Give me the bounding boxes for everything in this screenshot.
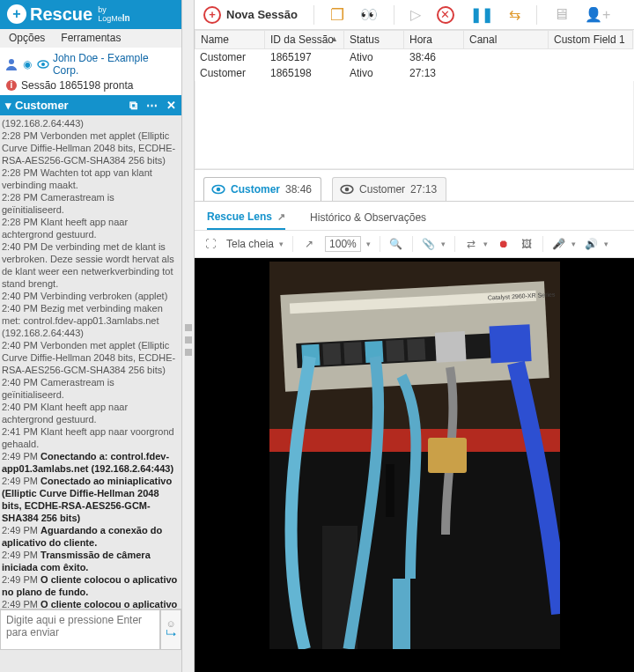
svg-point-6 — [217, 188, 221, 192]
fullscreen-label[interactable]: Tela cheia — [226, 238, 274, 250]
customer-tab[interactable]: Customer 38:46 — [203, 177, 321, 202]
snapshot-icon[interactable]: 🖼 — [520, 237, 534, 251]
tab-label: Customer — [359, 183, 405, 196]
fullscreen-icon[interactable]: ⛶ — [203, 237, 217, 251]
main-toolbar: + Nova Sessão ❐ 👀 ▷ ✕ ❚❚ ⇆ 🖥 👤+ — [195, 0, 634, 30]
log-line: 2:40 PM Verbinding verbroken (applet) — [2, 290, 178, 302]
brand-banner: + Rescue by LogMeIn — [0, 0, 181, 29]
panel-more-icon[interactable]: ⋯ — [146, 99, 158, 113]
add-user-icon[interactable]: 👤+ — [585, 6, 610, 23]
panel-popout-icon[interactable]: ⧉ — [129, 99, 137, 113]
tab-label: Customer — [231, 183, 280, 196]
log-line: 2:41 PM Klant heeft app naar voorgrond g… — [2, 425, 178, 450]
log-line: 2:40 PM Verbonden met applet (Elliptic C… — [2, 339, 178, 376]
send-arrow-icon[interactable]: ⮡ — [166, 629, 176, 641]
chat-send-button[interactable]: ☺ ⮡ — [160, 609, 181, 650]
popout-icon[interactable]: ↗ — [277, 211, 285, 223]
fullscreen-caret-icon[interactable]: ▾ — [279, 240, 284, 248]
emoji-icon[interactable]: ☺ — [166, 618, 175, 629]
cell-time: 38:46 — [404, 49, 464, 65]
zoom-value[interactable]: 100% — [325, 236, 361, 252]
cell-status: Ativo — [344, 49, 404, 65]
new-session-button[interactable]: + Nova Sessão — [203, 6, 298, 24]
svg-point-8 — [345, 188, 350, 192]
pause-icon[interactable]: ❚❚ — [470, 6, 493, 23]
log-line: 2:28 PM Camerastream is geïnitialiseerd. — [2, 191, 178, 216]
session-status-text: Sessão 1865198 pronta — [21, 79, 133, 92]
cell-time: 27:13 — [404, 65, 464, 81]
menu-options[interactable]: Opções — [9, 32, 45, 44]
fit-icon[interactable]: ↗ — [302, 237, 316, 251]
magnify-icon[interactable]: 🔍 — [389, 237, 403, 251]
cell-channel — [464, 49, 549, 65]
cell-channel — [464, 65, 549, 81]
zoom-caret-icon[interactable]: ▾ — [366, 240, 371, 248]
swap-screen-icon[interactable]: ⇄ — [464, 237, 478, 251]
svg-rect-19 — [407, 338, 425, 360]
log-line: 2:28 PM Verbonden met applet (Elliptic C… — [2, 129, 178, 166]
splitter-handle[interactable] — [182, 0, 195, 672]
svg-rect-15 — [322, 343, 341, 365]
panel-close-icon[interactable]: ✕ — [166, 99, 176, 113]
plus-icon: + — [203, 6, 221, 24]
col-channel[interactable]: Canal — [464, 30, 549, 49]
info-icon: i — [5, 79, 18, 92]
brand-product: Rescue — [30, 4, 92, 25]
cell-status: Ativo — [344, 65, 404, 81]
record-icon[interactable]: ⏺ — [497, 237, 511, 251]
tab-time: 38:46 — [285, 183, 312, 196]
sort-asc-icon: ▲ — [330, 34, 338, 43]
subtab-history[interactable]: Histórico & Observações — [310, 210, 426, 230]
cell-id: 1865198 — [265, 65, 344, 81]
table-row[interactable]: Customer1865197Ativo38:46 — [195, 49, 634, 65]
cell-custom1 — [549, 49, 633, 65]
devices-icon[interactable]: 🖥 — [553, 5, 569, 24]
mic-off-icon[interactable]: 🎤̷ — [552, 237, 566, 251]
tab-time: 27:13 — [410, 183, 437, 196]
svg-rect-18 — [386, 340, 404, 362]
svg-rect-25 — [428, 438, 467, 473]
cell-name: Customer — [195, 49, 265, 65]
brand-byline: by LogMeIn — [98, 5, 129, 23]
play-icon[interactable]: ▷ — [410, 6, 421, 23]
screens-icon[interactable]: ❐ — [330, 5, 344, 25]
customer-panel-header: ▾ Customer ⧉ ⋯ ✕ — [0, 95, 181, 115]
session-log: (192.168.2.64:443) 2:28 PM Verbonden met… — [0, 115, 181, 609]
col-id[interactable]: ID da Sessão▲ — [265, 30, 344, 49]
tree-user-label[interactable]: John Doe - Example Corp. — [53, 52, 176, 77]
session-table: Name ID da Sessão▲ Status Hora Canal Cus… — [195, 30, 634, 170]
table-row[interactable]: Customer1865198Ativo27:13 — [195, 65, 634, 81]
eye-icon — [37, 58, 49, 70]
svg-point-0 — [9, 59, 14, 64]
col-custom1[interactable]: Custom Field 1 — [549, 30, 633, 49]
log-line: 2:49 PM Conectado ao miniaplicativo (Ell… — [2, 475, 178, 524]
log-line: 2:40 PM Camerastream is geïnitialiseerd. — [2, 376, 178, 401]
log-line: 2:49 PM Conectando a: control.fdev-app01… — [2, 450, 178, 475]
log-line: 2:49 PM O cliente colocou o aplicativo e… — [2, 598, 178, 609]
customer-tabstrip: Customer 38:46Customer 27:13 — [195, 170, 634, 202]
brand-plus-icon: + — [7, 4, 26, 24]
presence-icon: ◉ — [21, 58, 33, 70]
log-line: 2:49 PM Aguardando a conexão do aplicati… — [2, 524, 178, 549]
svg-text:i: i — [11, 80, 13, 90]
col-status[interactable]: Status — [344, 30, 404, 49]
chat-input[interactable] — [0, 609, 160, 650]
subtab-rescue-lens[interactable]: Rescue Lens ↗ — [207, 210, 285, 230]
customer-tab[interactable]: Customer 27:13 — [332, 177, 446, 202]
eye-icon — [340, 182, 354, 196]
attach-icon[interactable]: 📎 — [422, 237, 436, 251]
binoculars-icon[interactable]: 👀 — [360, 6, 378, 23]
col-time[interactable]: Hora — [404, 30, 464, 49]
transfer-icon[interactable]: ⇆ — [509, 6, 520, 23]
speaker-icon[interactable]: 🔊 — [585, 237, 599, 251]
svg-rect-21 — [489, 324, 531, 363]
svg-rect-16 — [343, 342, 362, 364]
video-stream-area: Catalyst 2960-XR Series — [195, 258, 634, 672]
log-line: 2:40 PM Klant heeft app naar achtergrond… — [2, 401, 178, 425]
stop-icon[interactable]: ✕ — [437, 6, 454, 24]
col-name[interactable]: Name — [195, 30, 265, 49]
log-line: 2:40 PM De verbinding met de klant is ve… — [2, 240, 178, 290]
cell-custom1 — [549, 65, 633, 81]
svg-rect-20 — [434, 331, 466, 363]
menu-tools[interactable]: Ferramentas — [61, 32, 121, 44]
